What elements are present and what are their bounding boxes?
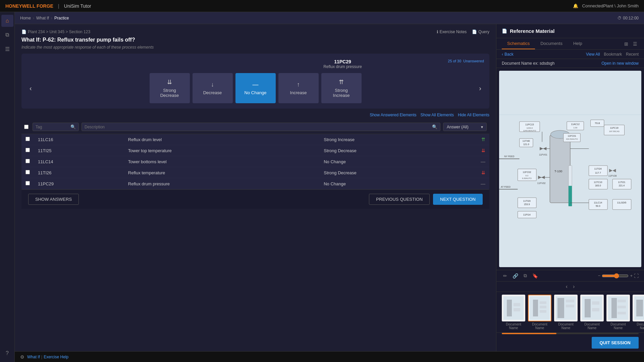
previous-question-button[interactable]: PREVIOUS QUESTION: [369, 194, 430, 205]
sidebar-layers-icon[interactable]: ⧉: [1, 29, 13, 41]
show-answered-link[interactable]: Show Answered Elements: [370, 113, 416, 117]
svg-text:70.8: 70.8: [595, 122, 600, 125]
description-search-input[interactable]: [85, 125, 431, 129]
list-view-icon[interactable]: ☰: [632, 40, 639, 48]
no-change-button[interactable]: — No Change: [235, 73, 276, 103]
svg-text:11AC12: 11AC12: [571, 123, 580, 125]
row-checkbox-11pc29[interactable]: [25, 181, 30, 185]
zoom-slider[interactable]: [602, 273, 629, 279]
bookmark-tool[interactable]: 🔖: [531, 273, 539, 279]
decrease-button[interactable]: ↓ Decrease: [193, 73, 233, 103]
quit-session-button[interactable]: QUIT SESSION: [592, 337, 639, 349]
copy-tool[interactable]: ⧉: [522, 272, 528, 279]
notification-icon[interactable]: 🔔: [573, 3, 578, 8]
expand-icon[interactable]: ⛶: [634, 273, 639, 279]
thumbnail-4[interactable]: DocumentName: [580, 295, 604, 330]
svg-text:11FC02: 11FC02: [523, 171, 531, 173]
zoom-in-icon[interactable]: +: [630, 273, 633, 278]
sidebar-help-icon[interactable]: ?: [1, 347, 13, 359]
svg-rect-54: [612, 199, 631, 209]
progress-count: 25 of 30: [448, 59, 461, 63]
footer-separator: |: [41, 355, 42, 359]
back-link[interactable]: ‹ Back: [502, 52, 514, 57]
next-card-button[interactable]: ›: [476, 82, 484, 95]
svg-rect-31: [589, 166, 608, 176]
row-checkbox-11ti25[interactable]: [25, 148, 30, 152]
select-all-checkbox[interactable]: [24, 123, 29, 131]
question-instruction: Indicate the most appropriate response o…: [21, 45, 489, 50]
row-checkbox-11ti26[interactable]: [25, 170, 30, 174]
increase-button[interactable]: ↑ Increase: [278, 73, 319, 103]
svg-rect-51: [589, 199, 608, 209]
strong-decrease-label: StrongDecrease: [160, 88, 179, 98]
sidebar-document-icon[interactable]: ☰: [1, 43, 13, 55]
next-question-button[interactable]: NEXT QUESTION: [433, 194, 483, 205]
response-options: ⇊ StrongDecrease ↓ Decrease — No Change: [37, 73, 474, 103]
breadcrumb-practice[interactable]: Practice: [54, 16, 69, 20]
user-info: ConnectedPlant \ John Smith: [582, 3, 639, 8]
query-button[interactable]: 📄 Query: [472, 29, 489, 34]
footer-whatif-link[interactable]: What If: [27, 355, 40, 359]
svg-text:434.50AUTO: 434.50AUTO: [566, 138, 578, 140]
doc-name-label: Document Name ex: sdsdsgh: [502, 61, 554, 66]
doc-prev-button[interactable]: ‹: [566, 284, 568, 290]
tag-cell: 11PC29: [34, 178, 124, 189]
timer-value: 00:12:00: [623, 16, 639, 20]
svg-text:1.00: 1.00: [573, 127, 577, 129]
breadcrumb-home[interactable]: Home: [20, 16, 31, 20]
ref-nav-bar: ‹ Back View All Bookmark Recent: [496, 50, 644, 59]
tag-search-input[interactable]: [36, 125, 69, 129]
breadcrumb-sep1: ›: [33, 16, 34, 20]
tab-help[interactable]: Help: [568, 38, 588, 49]
thumbnail-6[interactable]: DocumentName: [633, 295, 644, 330]
svg-rect-37: [612, 179, 631, 189]
main-layout: ⌂ ⧉ ☰ ? Home › What If › Practice ⏱ 00:1…: [0, 12, 644, 362]
desc-search-icon[interactable]: 🔍: [432, 124, 437, 129]
bookmark-link[interactable]: Bookmark: [604, 52, 622, 57]
exercise-notes-button[interactable]: ℹ Exercise Notes: [437, 29, 467, 34]
plant-path: 📄 Plant 234 > Unit 345 > Section 123: [21, 29, 90, 34]
thumbnail-1[interactable]: DocumentName: [502, 295, 525, 330]
tag-cell: 11LC14: [34, 156, 124, 167]
svg-rect-77: [592, 308, 599, 311]
query-icon: 📄: [472, 29, 477, 34]
row-checkbox-11lc16[interactable]: [25, 137, 30, 141]
pen-tool[interactable]: ✏: [502, 273, 508, 279]
link-tool[interactable]: 🔗: [511, 273, 520, 279]
svg-text:221.4: 221.4: [619, 184, 625, 187]
footer-exercise-help-link[interactable]: Exercise Help: [44, 355, 68, 359]
svg-text:11PC15: 11PC15: [525, 123, 534, 126]
decrease-icon: ↓: [211, 81, 214, 88]
tab-documents[interactable]: Documents: [535, 38, 568, 49]
hide-all-link[interactable]: Hide All Elements: [458, 113, 489, 117]
strong-decrease-button[interactable]: ⇊ StrongDecrease: [150, 73, 190, 103]
svg-text:1240.00AUTO: 1240.00AUTO: [523, 130, 536, 132]
show-all-link[interactable]: Show All Elements: [421, 113, 454, 117]
settings-icon[interactable]: ⚙: [20, 354, 24, 360]
thumbnail-5[interactable]: DocumentName: [606, 295, 630, 330]
strong-increase-button[interactable]: ⇈ StrongIncrease: [321, 73, 362, 103]
view-all-link[interactable]: View All: [586, 52, 600, 57]
svg-rect-46: [518, 198, 537, 208]
sidebar-home-icon[interactable]: ⌂: [1, 15, 13, 27]
grid-view-icon[interactable]: ⊞: [623, 40, 630, 48]
prev-card-button[interactable]: ‹: [27, 82, 35, 95]
unanswered-link[interactable]: Unanswered: [463, 59, 484, 63]
thumbnail-2[interactable]: DocumentName: [528, 295, 551, 330]
row-checkbox-11lc14[interactable]: [25, 159, 30, 163]
thumbnails-scrollbar[interactable]: [502, 333, 639, 334]
filter-bar: Show Answered Elements Show All Elements…: [21, 113, 489, 117]
breadcrumb-whatif[interactable]: What If: [36, 16, 49, 20]
answer-filter-dropdown[interactable]: Answer (All) ▾: [443, 123, 487, 131]
topbar: HONEYWELL FORGE | UniSim Tutor 🔔 Connect…: [0, 0, 644, 12]
doc-next-button[interactable]: ›: [573, 284, 575, 290]
open-new-window-link[interactable]: Open in new window: [601, 61, 639, 66]
row-checkbox-cell: [21, 134, 34, 145]
ref-nav-right: View All Bookmark Recent: [586, 52, 639, 57]
recent-link[interactable]: Recent: [626, 52, 639, 57]
zoom-out-icon[interactable]: −: [598, 273, 601, 278]
tag-search-icon[interactable]: 🔍: [70, 124, 76, 129]
tab-schematics[interactable]: Schematics: [502, 38, 535, 49]
show-answers-button[interactable]: SHOW ANSWERS: [28, 194, 79, 205]
thumbnail-3[interactable]: DocumentName: [554, 295, 578, 330]
